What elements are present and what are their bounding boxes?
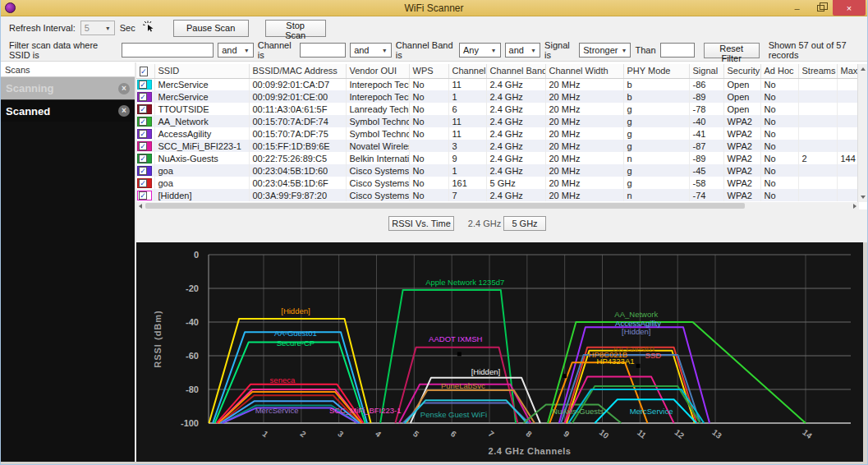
column-header-vendor-oui[interactable]: Vendor OUI: [346, 64, 409, 78]
chevron-down-icon: ▾: [527, 44, 540, 57]
than-input[interactable]: [660, 43, 695, 58]
channel-filter-input[interactable]: [300, 43, 346, 58]
window-title: WiFi Scanner: [1, 2, 867, 14]
table-cell: Open: [723, 90, 760, 103]
column-header-bssid-mac-address[interactable]: BSSID/MAC Address: [249, 64, 346, 78]
column-header-channel-width[interactable]: Channel Width: [545, 64, 623, 78]
table-cell: Novatel Wireless,...: [346, 140, 409, 152]
channel-and-select[interactable]: and ▾: [350, 43, 392, 58]
ssid-and-select[interactable]: and ▾: [218, 43, 254, 58]
close-scan-icon[interactable]: ×: [118, 83, 130, 94]
table-row[interactable]: ✓AccessAgility00:15:70:7A:DF:75Symbol Te…: [136, 127, 859, 140]
network-label: HP4323A1: [597, 357, 635, 366]
scroll-right-icon[interactable]: [851, 202, 859, 209]
rssi-channel-chart: 0-20-40-60-80-100[Hidden]AA-Guest01Secur…: [136, 242, 863, 462]
minimize-button[interactable]: –: [785, 0, 809, 16]
title-bar: WiFi Scanner – ×: [1, 0, 867, 16]
table-row[interactable]: ✓MercService00:09:92:01:CE:00Interepoch …: [136, 90, 859, 103]
table-horizontal-scrollbar[interactable]: [136, 202, 859, 209]
refresh-interval-select[interactable]: 5 ▾: [80, 21, 115, 35]
signal-select[interactable]: Stronger ▾: [579, 43, 631, 58]
pause-scan-button[interactable]: Pause Scan: [173, 20, 249, 37]
select-all-column-header[interactable]: ✓: [136, 64, 154, 78]
table-cell: [798, 127, 837, 140]
table-row[interactable]: ✓goa00:23:04:5B:1D:6FCisco Systems, Inc.…: [136, 177, 859, 189]
column-header-channel-band[interactable]: Channel Band: [486, 64, 545, 78]
filter-band-label: Channel Band is: [396, 40, 455, 60]
scroll-down-icon[interactable]: [858, 192, 868, 202]
network-label: [Hidden]: [622, 327, 650, 336]
band-select[interactable]: Any ▾: [459, 43, 501, 58]
sidebar-item-scanned[interactable]: Scanned ×: [1, 99, 135, 122]
chart-marker: [457, 352, 462, 356]
row-checkbox[interactable]: ✓: [139, 105, 147, 113]
close-scan-icon[interactable]: ×: [118, 105, 130, 117]
table-cell: goa: [154, 164, 249, 177]
table-cell: WPA2: [723, 115, 760, 127]
column-header-max-r[interactable]: Max R: [837, 64, 859, 78]
row-checkbox[interactable]: ✓: [139, 191, 147, 200]
table-cell: [837, 90, 859, 103]
reset-filter-button[interactable]: Reset Filter: [704, 43, 760, 58]
table-cell: No: [760, 78, 798, 90]
table-row[interactable]: ✓AA_Network00:15:70:7A:DF:74Symbol Techn…: [136, 115, 859, 127]
column-header-wps[interactable]: WPS: [409, 64, 448, 78]
table-cell: 2.4 GHz: [486, 140, 545, 152]
table-row[interactable]: ✓SCC_MiFi_BFI223-100:15:FF:1D:B9:6ENovat…: [136, 140, 859, 152]
column-header-phy-mode[interactable]: PHY Mode: [623, 64, 689, 78]
scrollbar-thumb[interactable]: [145, 203, 745, 209]
filter-channel-label: Channel is: [258, 40, 296, 60]
restore-button[interactable]: [809, 0, 833, 16]
table-cell: No: [760, 152, 798, 164]
table-row[interactable]: ✓TTOUTSIDE00:11:A3:0A:61:5FLanready Tech…: [136, 103, 859, 115]
sidebar-item-scanning[interactable]: Scanning ×: [1, 77, 135, 99]
column-header-signal[interactable]: Signal: [689, 64, 723, 78]
table-cell: 00:3A:99:F9:87:20: [249, 189, 346, 201]
y-tick-label: 0: [194, 250, 199, 260]
row-checkbox[interactable]: ✓: [139, 81, 147, 89]
table-cell: 11: [448, 115, 486, 127]
refresh-interval-label: Refresh Interval:: [9, 23, 76, 33]
table-row[interactable]: ✓[Hidden]00:3A:99:F9:87:20Cisco Systems,…: [136, 189, 859, 201]
table-cell: [837, 140, 859, 152]
row-checkbox[interactable]: ✓: [139, 179, 147, 187]
column-header-ssid[interactable]: SSID: [154, 64, 249, 78]
table-cell: -58: [689, 177, 723, 189]
row-checkbox[interactable]: ✓: [139, 154, 147, 163]
band-and-select[interactable]: and ▾: [505, 43, 541, 58]
chevron-down-icon: ▾: [102, 21, 114, 35]
tab-2-4-ghz[interactable]: 2.4 GHz: [461, 216, 508, 231]
table-cell: No: [409, 177, 448, 189]
network-label: AA_Network: [614, 310, 658, 319]
table-cell: 2.4 GHz: [486, 103, 545, 115]
network-color-swatch: ✓: [137, 117, 152, 127]
stop-scan-button[interactable]: Stop Scan: [265, 20, 326, 37]
row-checkbox[interactable]: ✓: [139, 93, 147, 101]
table-cell: No: [760, 164, 798, 177]
column-header-ad-hoc[interactable]: Ad Hoc: [760, 64, 798, 78]
row-checkbox[interactable]: ✓: [139, 142, 147, 150]
x-tick-label: 10: [598, 427, 611, 440]
ssid-filter-input[interactable]: [122, 43, 214, 58]
table-row[interactable]: ✓MercService00:09:92:01:CA:D7Interepoch …: [136, 78, 859, 90]
tab-5-ghz[interactable]: 5 GHz: [503, 216, 546, 231]
close-button[interactable]: ×: [833, 0, 866, 16]
table-cell: [798, 164, 837, 177]
row-checkbox[interactable]: ✓: [139, 117, 147, 126]
column-header-channel[interactable]: Channel: [448, 64, 486, 78]
tab-rssi-vs-time[interactable]: RSSI Vs. Time: [388, 216, 454, 231]
table-cell: WPA2: [723, 164, 760, 177]
row-checkbox[interactable]: ✓: [139, 130, 147, 138]
table-vertical-scrollbar[interactable]: [857, 64, 867, 202]
row-swatch-cell: ✓: [136, 90, 154, 103]
row-checkbox[interactable]: ✓: [139, 167, 147, 175]
table-cell: 3: [448, 140, 486, 152]
column-header-security[interactable]: Security: [723, 64, 760, 78]
table-row[interactable]: ✓NuAxis-Guests00:22:75:26:89:C5Belkin In…: [136, 152, 859, 164]
table-row[interactable]: ✓goa00:23:04:5B:1D:60Cisco Systems, Inc.…: [136, 164, 859, 177]
column-header-streams[interactable]: Streams: [798, 64, 837, 78]
scroll-left-icon[interactable]: [136, 202, 145, 209]
select-all-checkbox[interactable]: ✓: [140, 67, 148, 76]
chart-tab-row: RSSI Vs. Time 2.4 GHz 5 GHz: [136, 209, 868, 242]
scroll-up-icon[interactable]: [858, 64, 868, 74]
